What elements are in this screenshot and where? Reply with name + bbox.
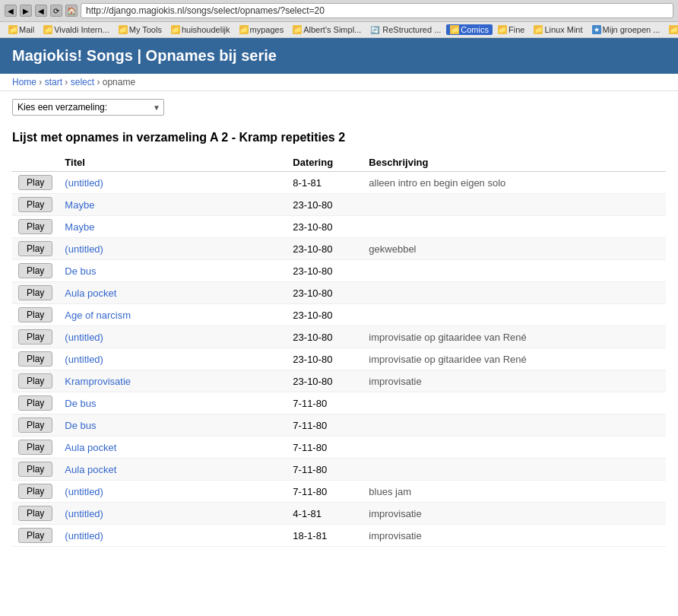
recording-description [363,392,666,414]
recording-date: 23-10-80 [287,216,363,238]
song-title-link[interactable]: Aula pocket [65,287,116,299]
home-button[interactable]: 🏠 [65,5,78,17]
recording-description: improvisatie [363,370,666,392]
recording-date: 23-10-80 [287,260,363,282]
bookmark-folder-icon: 📁 [8,25,17,34]
play-button[interactable]: Play [18,263,52,278]
table-row: PlayAula pocket23-10-80 [12,282,666,304]
play-button[interactable]: Play [18,285,52,300]
recording-description: improvisatie op gitaaridee van René [363,326,666,348]
back-button[interactable]: ◀ [5,5,17,17]
play-button[interactable]: Play [18,241,52,256]
recording-description: improvisatie [363,525,666,547]
table-row: Play(untitled)23-10-80gekwebbel [12,238,666,260]
play-button[interactable]: Play [18,373,52,389]
play-button[interactable]: Play [18,506,52,521]
play-button[interactable]: Play [18,440,52,455]
back2-button[interactable]: ◀ [35,5,47,17]
bookmark-restructured[interactable]: 🔄 ReStructured ... [366,24,445,35]
recording-date: 23-10-80 [287,326,363,348]
bookmark-mypages[interactable]: 📁 mypages [236,24,288,35]
song-title-link[interactable]: Aula pocket [65,442,116,453]
bookmark-python[interactable]: 📁 Python [665,24,678,35]
song-title-link[interactable]: Maybe [65,199,94,211]
table-row: Play(untitled)7-11-80blues jam [12,481,666,503]
recording-description [363,414,666,437]
breadcrumb-start[interactable]: start [45,77,62,87]
song-title-link[interactable]: (untitled) [65,243,103,255]
breadcrumb-select[interactable]: select [71,77,94,87]
recording-date: 7-11-80 [287,392,363,414]
song-title-link[interactable]: (untitled) [65,177,103,189]
table-row: PlayAula pocket7-11-80 [12,437,666,459]
dropdown-wrapper: Kies een verzameling: ▼ [12,99,164,116]
breadcrumb: Home › start › select › opname [0,74,678,91]
song-title-link[interactable]: De bus [65,398,96,409]
bookmark-mytools[interactable]: 📁 My Tools [115,24,166,35]
play-button[interactable]: Play [18,528,52,543]
play-button[interactable]: Play [18,329,52,345]
bookmark-fine[interactable]: 📁 Fine [494,24,528,35]
bookmark-vivaldi[interactable]: 📁 Vivaldi Intern... [40,24,113,35]
bookmark-folder-icon: 📁 [498,25,507,34]
breadcrumb-home[interactable]: Home [12,77,36,87]
song-title-link[interactable]: De bus [65,420,96,431]
recordings-table: Titel Datering Beschrijving Play(untitle… [12,154,666,547]
table-row: Play(untitled)23-10-80improvisatie op gi… [12,348,666,370]
table-row: Play(untitled)23-10-80improvisatie op gi… [12,326,666,348]
recording-description [363,260,666,282]
address-bar[interactable] [81,3,673,18]
bookmark-folder-icon: 📁 [669,25,678,34]
song-title-link[interactable]: De bus [65,265,96,277]
play-button[interactable]: Play [18,484,52,499]
recording-description: blues jam [363,481,666,503]
play-button[interactable]: Play [18,219,52,234]
play-button[interactable]: Play [18,418,52,433]
reload-button[interactable]: ⟳ [50,5,62,17]
bookmark-folder-icon: 📁 [239,25,249,34]
song-title-link[interactable]: Maybe [65,221,94,233]
bookmark-mail[interactable]: 📁 Mail [5,24,38,35]
col-header-beschrijving: Beschrijving [363,154,666,172]
table-row: Play(untitled)4-1-81improvisatie [12,503,666,525]
recording-description: improvisatie [363,503,666,525]
bookmark-huishoudelijk[interactable]: 📁 huishoudelijk [167,24,234,35]
table-row: PlayDe bus7-11-80 [12,392,666,414]
play-button[interactable]: Play [18,307,52,322]
play-button[interactable]: Play [18,395,52,411]
song-title-link[interactable]: (untitled) [65,332,103,343]
recording-date: 23-10-80 [287,348,363,370]
bookmark-alberts[interactable]: 📁 Albert's Simpl... [289,24,365,35]
recording-description: improvisatie op gitaaridee van René [363,348,666,370]
bookmark-linuxmint[interactable]: 📁 Linux Mint [530,24,586,35]
bookmark-folder-icon: 📁 [119,25,128,34]
collection-select[interactable]: Kies een verzameling: [12,99,164,116]
song-title-link[interactable]: (untitled) [65,486,103,497]
recording-date: 4-1-81 [287,503,363,525]
song-title-link[interactable]: (untitled) [65,354,103,365]
play-button[interactable]: Play [18,197,52,212]
play-button[interactable]: Play [18,462,52,477]
forward-button[interactable]: ▶ [20,5,32,17]
site-header: Magiokis! Songs | Opnames bij serie [0,38,678,74]
bookmark-mijngroepen[interactable]: ★ Mijn groepen ... [588,24,664,35]
bookmark-comics[interactable]: 📁 Comics [446,24,493,35]
table-row: PlayDe bus7-11-80 [12,414,666,437]
recording-description [363,216,666,238]
song-title-link[interactable]: Aula pocket [65,464,116,475]
song-title-link[interactable]: Age of narcism [65,310,131,321]
table-row: PlayKramprovisatie23-10-80improvisatie [12,370,666,392]
song-title-link[interactable]: Kramprovisatie [65,376,131,387]
recording-date: 23-10-80 [287,238,363,260]
song-title-link[interactable]: (untitled) [65,530,103,541]
bookmark-star-icon: ★ [592,25,601,34]
table-row: PlayMaybe23-10-80 [12,216,666,238]
play-button[interactable]: Play [18,351,52,367]
recording-date: 18-1-81 [287,525,363,547]
col-header-titel: Titel [59,154,287,172]
song-title-link[interactable]: (untitled) [65,508,103,519]
table-row: Play(untitled)8-1-81alleen intro en begi… [12,172,666,194]
table-row: PlayDe bus23-10-80 [12,260,666,282]
play-button[interactable]: Play [18,175,52,190]
recording-description [363,194,666,216]
